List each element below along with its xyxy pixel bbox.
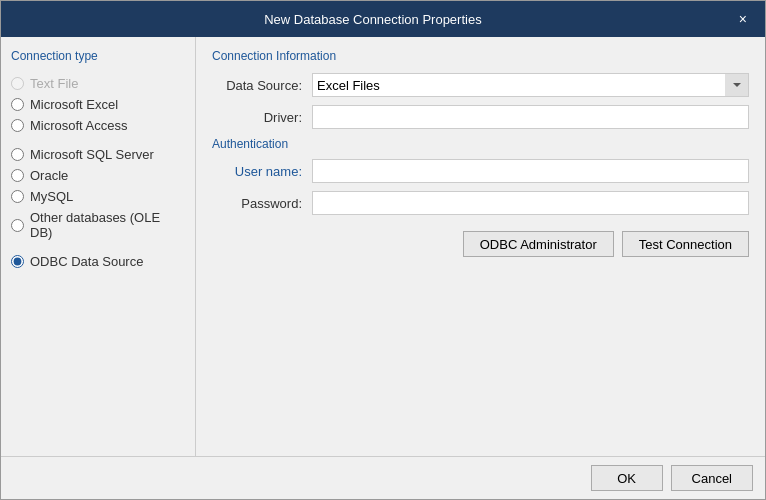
left-panel: Connection type Text File Microsoft Exce… bbox=[1, 37, 196, 456]
close-button[interactable]: × bbox=[733, 9, 753, 29]
auth-section: Authentication User name: Password: bbox=[212, 137, 749, 215]
password-input[interactable] bbox=[312, 191, 749, 215]
driver-input[interactable] bbox=[312, 105, 749, 129]
radio-odbc[interactable]: ODBC Data Source bbox=[11, 251, 185, 272]
title-bar: New Database Connection Properties × bbox=[1, 1, 765, 37]
driver-label: Driver: bbox=[212, 110, 312, 125]
ok-button[interactable]: OK bbox=[591, 465, 663, 491]
radio-mysql-label: MySQL bbox=[30, 189, 73, 204]
radio-excel-label: Microsoft Excel bbox=[30, 97, 118, 112]
username-input[interactable] bbox=[312, 159, 749, 183]
odbc-admin-button[interactable]: ODBC Administrator bbox=[463, 231, 614, 257]
test-connection-button[interactable]: Test Connection bbox=[622, 231, 749, 257]
radio-ole-db-label: Other databases (OLE DB) bbox=[30, 210, 185, 240]
radio-ole-db[interactable]: Other databases (OLE DB) bbox=[11, 207, 185, 243]
dialog: New Database Connection Properties × Con… bbox=[0, 0, 766, 500]
radio-text-file[interactable]: Text File bbox=[11, 73, 185, 94]
driver-row: Driver: bbox=[212, 105, 749, 129]
dialog-body: Connection type Text File Microsoft Exce… bbox=[1, 37, 765, 456]
cancel-button[interactable]: Cancel bbox=[671, 465, 753, 491]
radio-mysql[interactable]: MySQL bbox=[11, 186, 185, 207]
data-source-label: Data Source: bbox=[212, 78, 312, 93]
right-panel: Connection Information Data Source: Exce… bbox=[196, 37, 765, 456]
radio-oracle[interactable]: Oracle bbox=[11, 165, 185, 186]
radio-oracle-label: Oracle bbox=[30, 168, 68, 183]
data-source-select[interactable]: Excel Files Access Database SQL Server O… bbox=[312, 73, 749, 97]
password-label: Password: bbox=[212, 196, 312, 211]
data-source-row: Data Source: Excel Files Access Database… bbox=[212, 73, 749, 97]
connection-type-group: Text File Microsoft Excel Microsoft Acce… bbox=[11, 73, 185, 272]
radio-microsoft-excel[interactable]: Microsoft Excel bbox=[11, 94, 185, 115]
auth-label: Authentication bbox=[212, 137, 749, 151]
radio-sql-server[interactable]: Microsoft SQL Server bbox=[11, 144, 185, 165]
radio-sql-server-label: Microsoft SQL Server bbox=[30, 147, 154, 162]
radio-odbc-label: ODBC Data Source bbox=[30, 254, 143, 269]
radio-access-label: Microsoft Access bbox=[30, 118, 128, 133]
dialog-footer: OK Cancel bbox=[1, 456, 765, 499]
username-label: User name: bbox=[212, 164, 312, 179]
connection-type-label: Connection type bbox=[11, 49, 185, 63]
data-source-select-wrapper: Excel Files Access Database SQL Server O… bbox=[312, 73, 749, 97]
radio-text-file-label: Text File bbox=[30, 76, 78, 91]
conn-info-label: Connection Information bbox=[212, 49, 749, 63]
dialog-title: New Database Connection Properties bbox=[13, 12, 733, 27]
username-row: User name: bbox=[212, 159, 749, 183]
radio-microsoft-access[interactable]: Microsoft Access bbox=[11, 115, 185, 136]
password-row: Password: bbox=[212, 191, 749, 215]
action-buttons-row: ODBC Administrator Test Connection bbox=[212, 231, 749, 257]
